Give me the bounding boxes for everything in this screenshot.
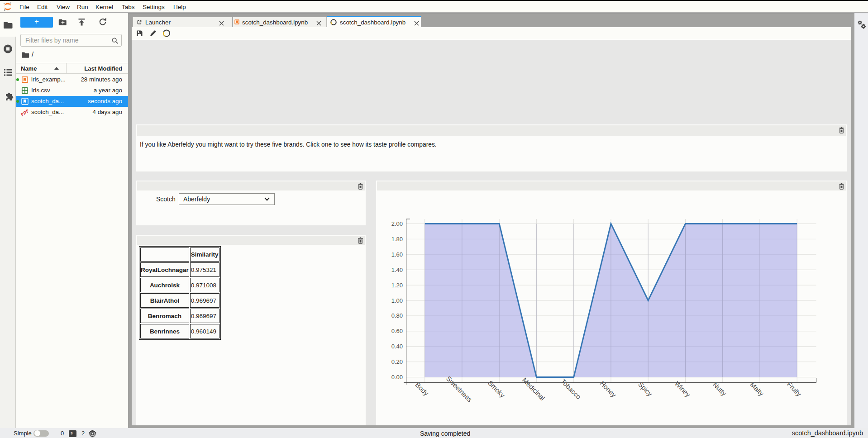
svg-text:0.60: 0.60	[391, 328, 403, 334]
svg-text:1.20: 1.20	[391, 282, 403, 289]
svg-text:0.40: 0.40	[391, 343, 403, 350]
svg-text:0.00: 0.00	[391, 374, 403, 381]
svg-text:1.00: 1.00	[391, 297, 403, 304]
svg-text:Medicinal: Medicinal	[521, 376, 547, 402]
svg-text:Spicy: Spicy	[637, 381, 654, 398]
svg-text:0.20: 0.20	[391, 358, 403, 365]
svg-text:1.80: 1.80	[391, 236, 403, 243]
svg-text:Nutty: Nutty	[711, 381, 728, 397]
svg-text:PDF: PDF	[20, 108, 29, 117]
svg-text:Tobacco: Tobacco	[559, 377, 583, 401]
svg-text:Sweetness: Sweetness	[445, 375, 474, 404]
svg-text:Honey: Honey	[599, 379, 618, 399]
svg-text:Fruity: Fruity	[786, 380, 803, 398]
svg-text:Body: Body	[414, 381, 430, 398]
svg-text:2.00: 2.00	[391, 220, 403, 227]
svg-text:Malty: Malty	[749, 381, 766, 398]
svg-text:Smoky: Smoky	[486, 379, 507, 399]
svg-text:1.40: 1.40	[391, 267, 403, 273]
svg-text:1.60: 1.60	[391, 251, 403, 258]
svg-text:0.80: 0.80	[391, 312, 403, 319]
